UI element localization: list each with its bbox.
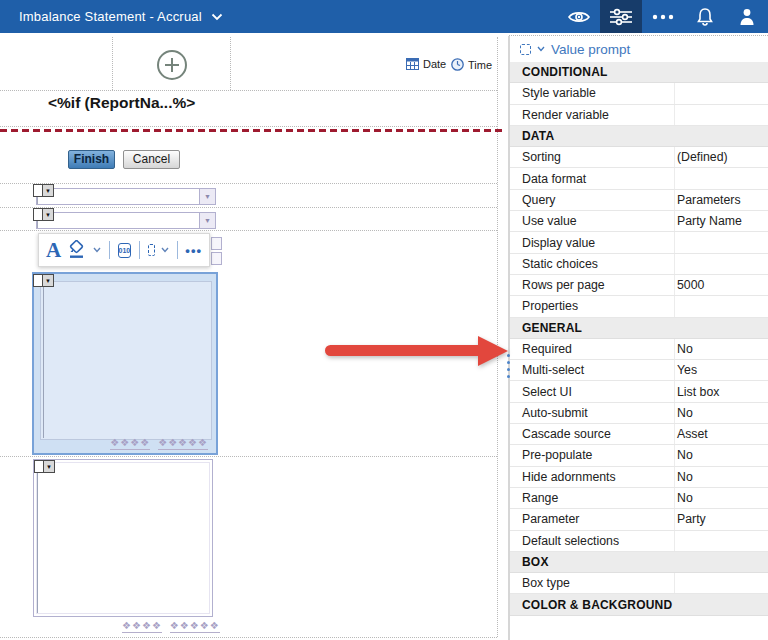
list-box-prompt[interactable]	[33, 459, 213, 617]
property-value[interactable]	[674, 105, 768, 125]
notifications-button[interactable]	[684, 0, 726, 33]
dashed-guide	[230, 37, 231, 90]
handle-cell	[34, 275, 42, 286]
property-label: Rows per page	[510, 278, 674, 292]
property-row[interactable]: Auto-submitNo	[510, 403, 768, 424]
hidden-dropdown-fragment	[211, 237, 222, 250]
property-row[interactable]: Style variable	[510, 83, 768, 104]
property-row[interactable]: Static choices	[510, 254, 768, 275]
property-value[interactable]: Asset	[674, 424, 768, 444]
more-options-button[interactable]	[642, 0, 684, 33]
property-row[interactable]: RangeNo	[510, 488, 768, 509]
property-label: Auto-submit	[510, 406, 674, 420]
property-value[interactable]: No	[674, 339, 768, 359]
property-row[interactable]: Data format	[510, 168, 768, 189]
adornment-diamonds: ❖❖❖❖❖	[170, 621, 220, 633]
dashed-guide	[0, 207, 497, 208]
eye-icon	[567, 9, 591, 25]
prompt-adornments: ❖❖❖❖ ❖❖❖❖❖	[122, 621, 220, 633]
report-expression[interactable]: <%if (ReportNa...%>	[48, 94, 195, 112]
cancel-button[interactable]: Cancel	[123, 150, 180, 169]
property-row[interactable]: Rows per page5000	[510, 275, 768, 296]
property-value[interactable]: No	[674, 488, 768, 508]
dropdown-prompt[interactable]: ▼	[36, 212, 216, 229]
property-row[interactable]: Properties	[510, 296, 768, 317]
add-object-button[interactable]	[157, 50, 187, 80]
select-container-button[interactable]	[148, 244, 155, 256]
prompt-drag-handle[interactable]: ▼	[33, 208, 54, 221]
expression-badge-button[interactable]: 010	[118, 243, 132, 258]
property-label: Render variable	[510, 108, 674, 122]
app-bar-actions	[558, 0, 768, 33]
property-value[interactable]: (Defined)	[674, 147, 768, 167]
property-value[interactable]	[674, 168, 768, 188]
selected-object-header[interactable]: Value prompt	[510, 36, 768, 62]
chevron-down-icon[interactable]	[93, 247, 101, 253]
dashed-guide	[0, 126, 497, 127]
account-button[interactable]	[726, 0, 768, 33]
font-style-button[interactable]: A	[46, 240, 61, 260]
property-value[interactable]: No	[674, 403, 768, 423]
property-row[interactable]: RequiredNo	[510, 339, 768, 360]
panel-section-header: COLOR & BACKGROUND	[510, 594, 768, 615]
property-value[interactable]: Yes	[674, 360, 768, 380]
property-row[interactable]: Default selections	[510, 531, 768, 552]
finish-button[interactable]: Finish	[68, 150, 115, 169]
fill-color-button[interactable]	[67, 240, 87, 260]
context-toolbar: A 010 •••	[38, 233, 210, 267]
property-row[interactable]: Display value	[510, 232, 768, 253]
property-row[interactable]: Box type	[510, 573, 768, 594]
property-row[interactable]: Select UIList box	[510, 381, 768, 402]
property-row[interactable]: Use valueParty Name	[510, 211, 768, 232]
preview-eye-button[interactable]	[558, 0, 600, 33]
property-row[interactable]: QueryParameters	[510, 190, 768, 211]
property-row[interactable]: Hide adornmentsNo	[510, 467, 768, 488]
property-row[interactable]: Multi-selectYes	[510, 360, 768, 381]
property-label: Range	[510, 491, 674, 505]
scroll-gutter-line	[37, 463, 38, 613]
properties-list: CONDITIONALStyle variableRender variable…	[510, 62, 768, 616]
dropdown-prompt[interactable]: ▼	[36, 188, 216, 205]
dropdown-arrow-icon[interactable]: ▼	[199, 189, 215, 204]
app-bar: Imbalance Statement - Accrual	[0, 0, 768, 33]
property-label: Hide adornments	[510, 470, 674, 484]
dropdown-arrow-icon[interactable]: ▼	[199, 213, 215, 228]
property-value[interactable]	[674, 296, 768, 316]
prompt-drag-handle[interactable]: ▼	[33, 184, 54, 197]
arrow-head	[478, 336, 508, 366]
property-value[interactable]	[674, 531, 768, 551]
report-title-menu[interactable]: Imbalance Statement - Accrual	[19, 9, 223, 24]
property-value[interactable]: 5000	[674, 275, 768, 295]
property-value[interactable]	[674, 573, 768, 593]
property-row[interactable]: Render variable	[510, 105, 768, 126]
time-object[interactable]: Time	[451, 58, 492, 71]
dashed-guide	[0, 183, 497, 184]
date-object[interactable]: Date	[406, 58, 446, 70]
property-row[interactable]: ParameterParty	[510, 509, 768, 530]
property-row[interactable]: Pre-populateNo	[510, 445, 768, 466]
prompt-adornments: ❖❖❖❖ ❖❖❖❖❖	[110, 438, 208, 450]
sliders-icon	[609, 8, 633, 26]
property-label: Required	[510, 342, 674, 356]
property-row[interactable]: Sorting(Defined)	[510, 147, 768, 168]
prompt-drag-handle[interactable]: ▼	[34, 460, 55, 473]
properties-sliders-button[interactable]	[600, 0, 642, 33]
properties-panel: Value prompt CONDITIONALStyle variableRe…	[510, 36, 768, 640]
property-value[interactable]	[674, 83, 768, 103]
property-value[interactable]	[674, 232, 768, 252]
property-value[interactable]: No	[674, 445, 768, 465]
chevron-down-icon	[211, 13, 223, 21]
chevron-down-icon[interactable]	[161, 247, 169, 253]
list-box-body[interactable]	[40, 281, 212, 440]
property-value[interactable]	[674, 254, 768, 274]
property-value[interactable]: List box	[674, 381, 768, 401]
more-actions-button[interactable]: •••	[185, 243, 202, 258]
ellipsis-icon	[652, 14, 674, 20]
list-box-prompt-selected[interactable]: ❖❖❖❖ ❖❖❖❖❖	[32, 272, 218, 455]
property-value[interactable]: No	[674, 467, 768, 487]
property-value[interactable]: Party	[674, 509, 768, 529]
prompt-drag-handle[interactable]: ▼	[33, 274, 54, 287]
property-value[interactable]: Party Name	[674, 211, 768, 231]
property-value[interactable]: Parameters	[674, 190, 768, 210]
property-row[interactable]: Cascade sourceAsset	[510, 424, 768, 445]
